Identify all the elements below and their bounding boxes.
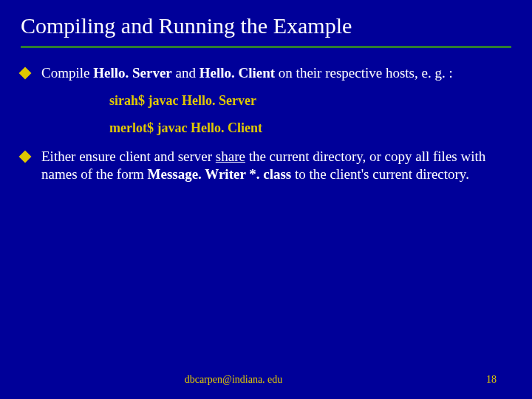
bullet-text-2: Either ensure client and server share th…	[41, 148, 511, 184]
slide-title: Compiling and Running the Example	[21, 13, 511, 38]
title-divider	[21, 46, 511, 48]
bullet-item-2: Either ensure client and server share th…	[21, 148, 511, 184]
bold-text: Message. Writer *. class	[148, 166, 292, 182]
text-fragment: to the client's current directory.	[291, 166, 469, 182]
code-block: sirah$ javac Hello. Server merlot$ javac…	[109, 93, 511, 136]
footer-page-number: 18	[467, 374, 497, 386]
footer-email: dbcarpen@indiana. edu	[0, 374, 467, 386]
bold-text: Hello. Server	[93, 65, 172, 81]
text-fragment: Compile	[41, 65, 93, 81]
text-fragment: Either ensure client and server	[41, 149, 216, 164]
slide: Compiling and Running the Example Compil…	[0, 0, 532, 184]
bullet-item-1: Compile Hello. Server and Hello. Client …	[21, 64, 511, 83]
code-line-1: sirah$ javac Hello. Server	[109, 93, 511, 109]
slide-footer: dbcarpen@indiana. edu 18	[0, 374, 532, 386]
text-fragment: on their respective hosts, e. g. :	[275, 65, 453, 81]
diamond-icon	[19, 150, 32, 163]
diamond-icon	[19, 67, 32, 80]
text-fragment: and	[172, 65, 200, 81]
code-line-2: merlot$ javac Hello. Client	[109, 120, 511, 136]
bullet-text-1: Compile Hello. Server and Hello. Client …	[41, 64, 453, 83]
bold-text: Hello. Client	[200, 65, 275, 81]
underline-text: share	[216, 149, 245, 164]
